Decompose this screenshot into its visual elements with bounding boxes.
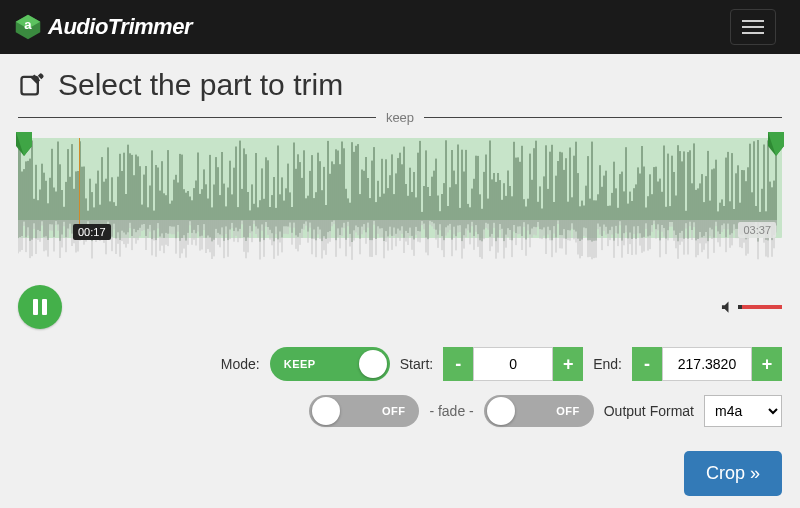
menu-button[interactable]	[730, 9, 776, 45]
volume-icon	[721, 300, 736, 314]
heading-row: Select the part to trim	[18, 68, 782, 102]
fade-out-toggle[interactable]: OFF	[484, 395, 594, 427]
volume-control[interactable]	[721, 300, 782, 314]
mode-toggle-text: KEEP	[270, 358, 330, 370]
controls-row-2: OFF - fade - OFF Output Format m4a	[18, 395, 782, 427]
crop-button[interactable]: Crop »	[684, 451, 782, 496]
playback-row	[18, 285, 782, 329]
start-input[interactable]	[473, 347, 553, 381]
time-current: 00:17	[73, 224, 111, 240]
toggle-knob	[487, 397, 515, 425]
end-input[interactable]	[662, 347, 752, 381]
end-plus-button[interactable]: +	[752, 347, 782, 381]
edit-icon	[18, 71, 46, 99]
keep-label: keep	[376, 110, 424, 125]
playhead[interactable]	[79, 138, 80, 238]
output-format-select[interactable]: m4a	[704, 395, 782, 427]
pause-icon	[33, 299, 47, 315]
fade-in-toggle[interactable]: OFF	[309, 395, 419, 427]
start-plus-button[interactable]: +	[553, 347, 583, 381]
mode-label: Mode:	[221, 356, 260, 372]
svg-text:a: a	[24, 17, 32, 32]
waveform[interactable]: 00:17 03:37	[18, 132, 782, 277]
start-stepper: - +	[443, 347, 583, 381]
fade-label: - fade -	[429, 403, 473, 419]
brand[interactable]: a AudioTrimmer	[14, 13, 192, 41]
navbar: a AudioTrimmer	[0, 0, 800, 54]
main-panel: Select the part to trim keep 00:17 03:37	[0, 54, 800, 508]
pause-button[interactable]	[18, 285, 62, 329]
volume-fill	[738, 305, 742, 309]
fade-in-text: OFF	[368, 405, 420, 417]
brand-logo-icon: a	[14, 13, 42, 41]
output-format-label: Output Format	[604, 403, 694, 419]
end-minus-button[interactable]: -	[632, 347, 662, 381]
controls-row-1: Mode: KEEP Start: - + End: - +	[18, 347, 782, 381]
toggle-knob	[359, 350, 387, 378]
brand-text: AudioTrimmer	[48, 14, 192, 40]
page-title: Select the part to trim	[58, 68, 343, 102]
start-minus-button[interactable]: -	[443, 347, 473, 381]
waveform-graphic	[18, 138, 778, 268]
mode-toggle[interactable]: KEEP	[270, 347, 390, 381]
toggle-knob	[312, 397, 340, 425]
end-stepper: - +	[632, 347, 782, 381]
time-total: 03:37	[738, 222, 776, 238]
end-label: End:	[593, 356, 622, 372]
volume-slider[interactable]	[738, 305, 782, 309]
start-label: Start:	[400, 356, 433, 372]
keep-divider: keep	[18, 108, 782, 126]
trim-handle-left[interactable]	[14, 132, 34, 156]
crop-row: Crop »	[18, 451, 782, 496]
trim-handle-right[interactable]	[766, 132, 786, 156]
fade-out-text: OFF	[542, 405, 594, 417]
